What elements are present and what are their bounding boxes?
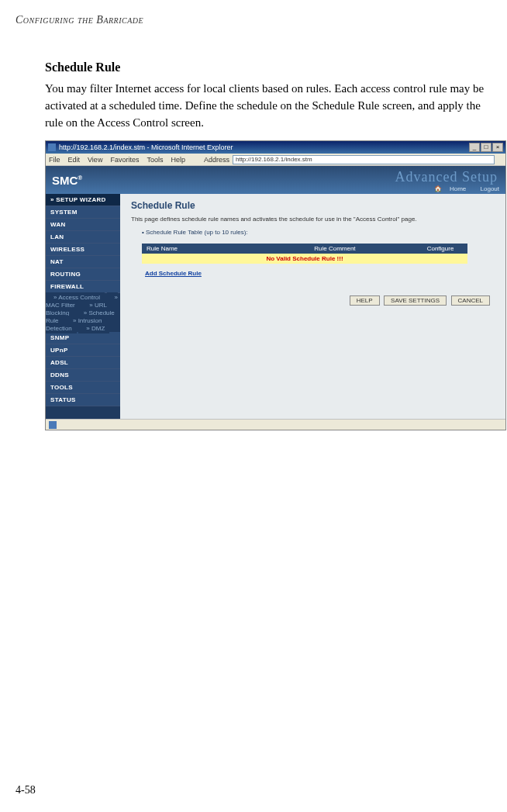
col-configure: Configure	[413, 244, 467, 254]
minimize-button[interactable]: _	[469, 143, 480, 152]
smc-logo: SMC®	[52, 174, 82, 187]
embedded-screenshot: http://192.168.2.1/index.stm - Microsoft…	[45, 140, 506, 430]
panel-title: Schedule Rule	[131, 200, 495, 211]
sidebar-item-status[interactable]: STATUS	[46, 394, 120, 406]
sidebar-item-ddns[interactable]: DDNS	[46, 369, 120, 382]
body-text: You may filter Internet access for local…	[45, 81, 493, 131]
save-settings-button[interactable]: SAVE SETTINGS	[384, 295, 447, 306]
table-empty-message: No Valid Schedule Rule !!!	[142, 254, 467, 264]
ie-icon	[48, 143, 56, 151]
window-title: http://192.168.2.1/index.stm - Microsoft…	[59, 143, 469, 151]
sidebar-item-wireless[interactable]: WIRELESS	[46, 244, 120, 256]
col-rule-name: Rule Name	[142, 244, 257, 254]
cancel-button[interactable]: CANCEL	[451, 295, 490, 306]
status-bar	[46, 419, 505, 430]
sidebar-item-system[interactable]: SYSTEM	[46, 206, 120, 219]
table-header: Rule Name Rule Comment Configure	[142, 244, 467, 254]
sidebar-item-routing[interactable]: ROUTING	[46, 268, 120, 281]
sidebar-item-snmp[interactable]: SNMP	[46, 332, 120, 344]
sidebar-item-adsl[interactable]: ADSL	[46, 357, 120, 369]
main-panel: Schedule Rule This page defines schedule…	[120, 194, 505, 419]
add-schedule-rule-link[interactable]: Add Schedule Rule	[145, 270, 202, 277]
menubar: File Edit View Favorites Tools Help Addr…	[46, 154, 505, 166]
status-icon	[49, 421, 57, 429]
help-button[interactable]: HELP	[350, 295, 380, 306]
panel-subtitle: • Schedule Rule Table (up to 10 rules):	[142, 229, 495, 236]
address-label: Address	[204, 156, 229, 164]
app-body: » SETUP WIZARD SYSTEM WAN LAN WIRELESS N…	[46, 194, 505, 419]
home-link[interactable]: 🏠 Home	[434, 185, 467, 192]
panel-description: This page defines schedule rule names an…	[131, 216, 495, 223]
action-buttons: HELP SAVE SETTINGS CANCEL	[131, 295, 495, 306]
page-content: Schedule Rule You may filter Internet ac…	[45, 60, 493, 430]
sidebar-item-upnp[interactable]: UPnP	[46, 344, 120, 357]
banner-title: Advanced Setup	[395, 169, 498, 185]
address-input[interactable]: http://192.168.2.1/index.stm	[233, 155, 495, 164]
schedule-rule-table: Rule Name Rule Comment Configure No Vali…	[142, 244, 467, 264]
sidebar-setup-wizard[interactable]: » SETUP WIZARD	[46, 194, 120, 206]
window-buttons: _ □ ×	[469, 143, 503, 152]
menu-help[interactable]: Help	[171, 156, 185, 164]
menu-edit[interactable]: Edit	[68, 156, 81, 164]
window-titlebar: http://192.168.2.1/index.stm - Microsoft…	[46, 141, 505, 154]
sidebar-item-wan[interactable]: WAN	[46, 219, 120, 231]
banner-links: 🏠 Home Logout	[428, 185, 499, 192]
close-button[interactable]: ×	[492, 143, 503, 152]
page-number: 4-58	[16, 784, 36, 796]
menu-favorites[interactable]: Favorites	[110, 156, 139, 164]
sidebar-item-firewall[interactable]: FIREWALL	[46, 281, 120, 293]
menu-tools[interactable]: Tools	[147, 156, 163, 164]
sidebar-sub-dmz[interactable]: » DMZ	[78, 323, 109, 333]
running-header: Configuring the Barricade	[16, 14, 143, 26]
menu-view[interactable]: View	[88, 156, 102, 164]
sidebar: » SETUP WIZARD SYSTEM WAN LAN WIRELESS N…	[46, 194, 120, 419]
menu-file[interactable]: File	[49, 156, 60, 164]
col-rule-comment: Rule Comment	[257, 244, 413, 254]
sidebar-item-nat[interactable]: NAT	[46, 256, 120, 268]
app-banner: SMC® Advanced Setup 🏠 Home Logout	[46, 166, 505, 194]
logout-link[interactable]: Logout	[474, 185, 499, 192]
section-title: Schedule Rule	[45, 60, 493, 74]
sidebar-item-lan[interactable]: LAN	[46, 231, 120, 244]
maximize-button[interactable]: □	[481, 143, 491, 152]
sidebar-item-tools[interactable]: TOOLS	[46, 382, 120, 394]
